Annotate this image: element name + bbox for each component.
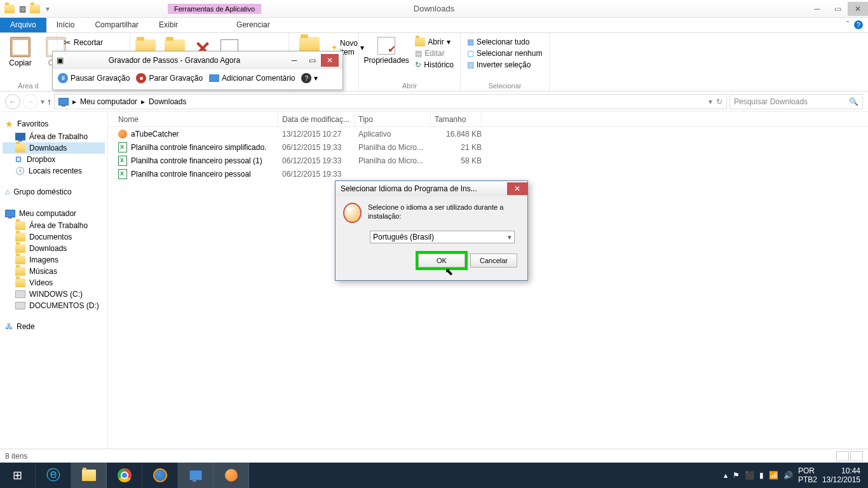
chevron-right-icon[interactable]: ▸ bbox=[72, 97, 76, 106]
details-view-icon[interactable] bbox=[836, 451, 849, 461]
sidebar-network[interactable]: 🖧Rede bbox=[3, 320, 105, 333]
taskbar-ie[interactable]: ⓔ bbox=[36, 463, 71, 488]
volume-icon[interactable]: 🔊 bbox=[783, 471, 793, 480]
open-button[interactable]: Abrir▾ bbox=[414, 37, 455, 47]
sidebar-item-documents[interactable]: Documentos bbox=[3, 231, 105, 243]
col-name[interactable]: Nome bbox=[114, 112, 278, 126]
close-button[interactable]: ✕ bbox=[848, 2, 868, 16]
sidebar-item-music[interactable]: Músicas bbox=[3, 266, 105, 277]
copy-button[interactable]: Copiar bbox=[5, 36, 36, 88]
ribbon-help[interactable]: ˆ? bbox=[841, 18, 868, 32]
taskbar-installer[interactable] bbox=[214, 463, 249, 488]
sidebar-item-desktop[interactable]: Área de Trabalho bbox=[3, 131, 105, 142]
edit-button[interactable]: ▤Editar bbox=[414, 48, 455, 58]
language-select[interactable]: Português (Brasil) bbox=[370, 231, 515, 243]
psr-titlebar[interactable]: ▣ Gravador de Passos - Gravando Agora ─ … bbox=[53, 51, 342, 69]
tab-share[interactable]: Compartilhar bbox=[85, 18, 149, 32]
table-row[interactable]: aTubeCatcher13/12/2015 10:27Aplicativo16… bbox=[108, 127, 868, 140]
tray-chevron-icon[interactable]: ▴ bbox=[724, 471, 728, 480]
sidebar-item-dropbox[interactable]: ⛋Dropbox bbox=[3, 154, 105, 165]
sidebar-favorites[interactable]: ★Favoritos bbox=[3, 117, 105, 131]
edit-label: Editar bbox=[424, 49, 444, 58]
chevron-right-icon[interactable]: ▸ bbox=[141, 97, 145, 106]
minimize-button[interactable]: ─ bbox=[807, 2, 827, 16]
help-icon[interactable]: ? bbox=[854, 20, 863, 29]
wifi-icon[interactable]: 📶 bbox=[769, 471, 778, 480]
psr-help-button[interactable]: ?▾ bbox=[301, 73, 318, 83]
crumb-downloads[interactable]: Downloads bbox=[149, 97, 186, 106]
clock[interactable]: 10:4413/12/2015 bbox=[822, 466, 860, 485]
item-label: Locais recentes bbox=[29, 166, 82, 175]
taskbar-firefox[interactable] bbox=[142, 463, 178, 488]
psr-comment-button[interactable]: Adicionar Comentário bbox=[209, 74, 295, 83]
sidebar-item-downloads[interactable]: Downloads bbox=[3, 142, 105, 154]
psr-close-button[interactable]: ✕ bbox=[321, 54, 339, 67]
sidebar-item-desktop2[interactable]: Área de Trabalho bbox=[3, 220, 105, 231]
address-bar: ← → ▾ ↑ ▸ Meu computador ▸ Downloads ▾↻ … bbox=[0, 92, 868, 112]
refresh-icon[interactable]: ↻ bbox=[716, 97, 722, 106]
col-type[interactable]: Tipo bbox=[355, 112, 431, 126]
back-button[interactable]: ← bbox=[5, 94, 20, 109]
psr-maximize-button[interactable]: ▭ bbox=[303, 54, 321, 67]
crumb-computer[interactable]: Meu computador bbox=[80, 97, 137, 106]
taskbar-chrome[interactable] bbox=[107, 463, 142, 488]
new-folder-icon[interactable] bbox=[29, 3, 41, 15]
properties-icon[interactable]: ▥ bbox=[17, 3, 28, 15]
chevron-up-icon[interactable]: ˆ bbox=[846, 20, 849, 30]
tab-manage[interactable]: Gerenciar bbox=[226, 18, 280, 32]
window-title: Downloads bbox=[414, 4, 454, 13]
sidebar-item-drive-d[interactable]: DOCUMENTOS (D:) bbox=[3, 300, 105, 311]
view-switcher[interactable] bbox=[836, 451, 863, 461]
psr-stop-button[interactable]: ■Parar Gravação bbox=[136, 73, 203, 83]
forward-button[interactable]: → bbox=[23, 94, 38, 109]
tab-file[interactable]: Arquivo bbox=[0, 18, 46, 32]
start-button[interactable]: ⊞ bbox=[0, 463, 36, 488]
sidebar-item-images[interactable]: Imagens bbox=[3, 254, 105, 266]
sidebar-item-recent[interactable]: 🕓Locais recentes bbox=[3, 165, 105, 177]
computer-icon bbox=[5, 210, 15, 217]
cancel-button[interactable]: Cancelar bbox=[470, 254, 517, 268]
col-size[interactable]: Tamanho bbox=[431, 112, 482, 126]
maximize-button[interactable]: ▭ bbox=[827, 2, 848, 16]
psr-pause-button[interactable]: ⏸Pausar Gravação bbox=[58, 73, 130, 83]
table-row[interactable]: Planilha controle financeiro pessoal06/1… bbox=[108, 167, 868, 180]
recent-dropdown[interactable]: ▾ bbox=[41, 97, 44, 106]
tab-view[interactable]: Exibir bbox=[149, 18, 188, 32]
table-row[interactable]: Planilha controle financeiro pessoal (1)… bbox=[108, 154, 868, 167]
address-dropdown-icon[interactable]: ▾ bbox=[709, 97, 712, 106]
sidebar-homegroup[interactable]: ⌂Grupo doméstico bbox=[3, 186, 105, 198]
table-row[interactable]: Planilha controle financeiro simplificad… bbox=[108, 140, 868, 154]
sidebar-computer[interactable]: Meu computador bbox=[3, 207, 105, 220]
sidebar-item-drive-c[interactable]: WINDOWS (C:) bbox=[3, 288, 105, 300]
dialog-titlebar[interactable]: Selecionar Idioma do Programa de Ins... … bbox=[336, 181, 527, 196]
icons-view-icon[interactable] bbox=[850, 451, 863, 461]
dialog-close-button[interactable]: ✕ bbox=[507, 182, 527, 195]
taskbar-psr[interactable] bbox=[178, 463, 214, 488]
security-icon[interactable]: ⬛ bbox=[745, 471, 754, 480]
col-date[interactable]: Data de modificaç... bbox=[278, 112, 355, 126]
file-type: Planilha do Micro... bbox=[355, 156, 431, 165]
tab-home[interactable]: Início bbox=[46, 18, 85, 32]
battery-icon[interactable]: ▮ bbox=[759, 471, 764, 480]
file-date: 06/12/2015 19:33 bbox=[278, 156, 355, 165]
chevron-down-icon[interactable]: ▾ bbox=[314, 74, 318, 83]
qat-dropdown-icon[interactable]: ▾ bbox=[42, 3, 53, 15]
properties-button[interactable]: ✔Propriedades bbox=[364, 36, 409, 88]
select-all-button[interactable]: ▦Selecionar tudo bbox=[466, 37, 544, 47]
sidebar-item-downloads2[interactable]: Downloads bbox=[3, 243, 105, 254]
psr-minimize-button[interactable]: ─ bbox=[285, 54, 303, 67]
history-button[interactable]: ↻Histórico bbox=[414, 60, 455, 70]
language-indicator[interactable]: PORPTB2 bbox=[798, 466, 817, 485]
action-center-icon[interactable]: ⚑ bbox=[733, 471, 740, 480]
history-icon: ↻ bbox=[415, 60, 421, 69]
ok-button[interactable]: OK bbox=[418, 254, 465, 268]
sidebar-item-videos[interactable]: Vídeos bbox=[3, 277, 105, 288]
cut-button[interactable]: Recortar bbox=[62, 37, 125, 48]
search-input[interactable]: Pesquisar Downloads 🔍 bbox=[729, 94, 863, 109]
breadcrumb[interactable]: ▸ Meu computador ▸ Downloads ▾↻ bbox=[54, 94, 727, 109]
select-none-button[interactable]: ▢Selecionar nenhum bbox=[466, 48, 544, 58]
taskbar-explorer[interactable] bbox=[71, 463, 107, 488]
file-type: Planilha do Micro... bbox=[355, 143, 431, 152]
up-button[interactable]: ↑ bbox=[47, 97, 51, 107]
invert-selection-button[interactable]: ▨Inverter seleção bbox=[466, 60, 544, 70]
